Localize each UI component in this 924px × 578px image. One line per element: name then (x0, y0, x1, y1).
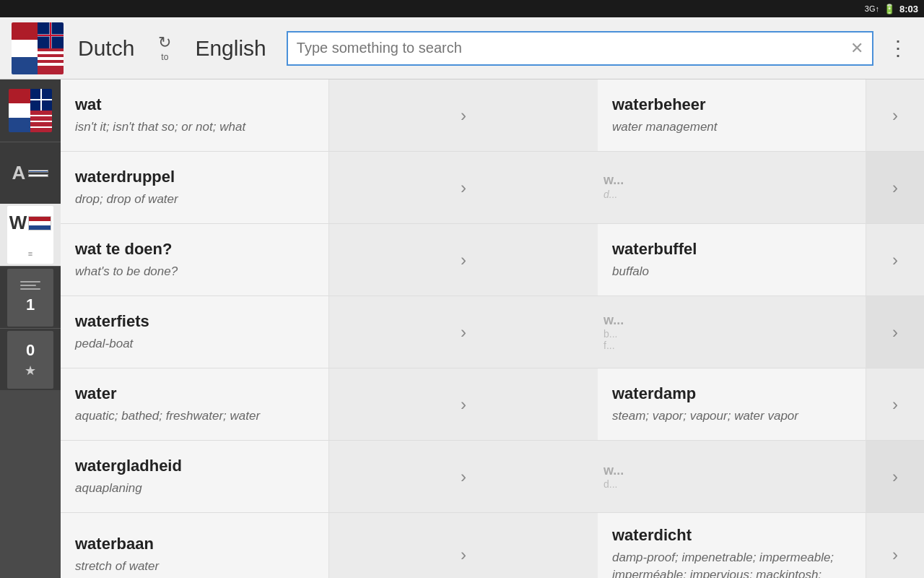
main-content: A W (0, 79, 924, 578)
chevron-icon: › (461, 322, 466, 342)
entry-word: waterbeheer (612, 95, 854, 114)
entry-word: water (75, 384, 317, 403)
partial-word: w... (603, 173, 860, 188)
entries-grid: wat isn't it; isn't that so; or not; wha… (61, 79, 924, 578)
partial-line2: f... (603, 340, 860, 351)
entry-wat-arrow[interactable]: › (329, 79, 598, 152)
header: Dutch ↻ to English ✕ ⋮ (0, 17, 924, 79)
entry-translation: aquaplaning (75, 480, 317, 497)
partial-translation: d... (603, 188, 860, 202)
entry-waterdamp-arrow[interactable]: › (866, 368, 924, 441)
entry-wat[interactable]: wat isn't it; isn't that so; or not; wha… (61, 79, 329, 152)
entry-waterbeheer-arrow[interactable]: › (866, 79, 924, 152)
status-bar: 3G↑ 🔋 8:03 (0, 0, 924, 17)
chevron-icon: › (892, 394, 898, 415)
swap-languages-button[interactable]: ↻ to (149, 33, 180, 64)
chevron-icon: › (461, 545, 466, 565)
dictionary-content: wat isn't it; isn't that so; or not; wha… (61, 79, 924, 578)
entry-wat-te-doen[interactable]: wat te doen? what's to be done? (61, 224, 329, 296)
entry-partial-3[interactable]: w... d... (598, 441, 866, 513)
partial-line1: b... (603, 328, 860, 340)
entry-wat-te-doen-arrow[interactable]: › (329, 224, 598, 296)
entry-waterfiets-arrow[interactable]: › (329, 296, 598, 368)
entry-watergladheid-arrow[interactable]: › (329, 441, 598, 513)
sidebar-item-alpha[interactable]: A (0, 142, 61, 204)
entry-translation: drop; drop of water (75, 191, 317, 208)
entry-translation: buffalo (612, 263, 854, 280)
chevron-icon: › (461, 467, 466, 487)
entry-translation: damp-proof; impenetrable; impermeable; i… (612, 549, 854, 578)
signal-indicator: 3G↑ (865, 4, 879, 13)
chevron-icon: › (892, 250, 898, 270)
entry-word: waterbaan (75, 535, 317, 553)
entry-waterdruppel-arrow[interactable]: › (329, 152, 598, 224)
entry-translation: water management (612, 118, 854, 136)
sidebar-item-letter-w[interactable]: W ≡ (0, 204, 61, 266)
swap-to-label: to (161, 52, 168, 62)
letter-w-label: W (9, 212, 27, 234)
entry-partial-1[interactable]: w... d... (598, 152, 866, 224)
entry-waterbaan[interactable]: waterbaan stretch of water (61, 513, 329, 578)
entry-waterdamp[interactable]: waterdamp steam; vapor; vapour; water va… (598, 368, 866, 441)
overflow-menu-button[interactable]: ⋮ (882, 36, 912, 60)
partial-line1: d... (603, 478, 860, 490)
search-box: ✕ (287, 31, 873, 66)
search-clear-button[interactable]: ✕ (850, 39, 863, 58)
entry-word: waterdamp (612, 384, 854, 403)
entry-translation: stretch of water (75, 558, 317, 575)
entry-translation: aquatic; bathed; freshwater; water (75, 407, 317, 425)
entry-word: waterfiets (75, 312, 317, 331)
entry-waterdruppel[interactable]: waterdruppel drop; drop of water (61, 152, 329, 224)
entry-word: waterdicht (612, 526, 854, 545)
search-input[interactable] (297, 40, 845, 56)
partial-word: w... (603, 313, 860, 328)
sidebar-item-count-0[interactable]: 0 ★ (0, 328, 61, 390)
entry-waterbaan-arrow[interactable]: › (329, 513, 598, 578)
star-icon: ★ (25, 363, 36, 379)
clock: 8:03 (899, 4, 918, 14)
entry-translation: pedal-boat (75, 335, 317, 353)
partial-1-arrow[interactable]: › (866, 152, 924, 224)
entry-translation: steam; vapor; vapour; water vapor (612, 407, 854, 425)
partial-word: w... (603, 463, 860, 478)
entry-word: waterbuffel (612, 240, 854, 259)
source-language-button[interactable]: Dutch (72, 33, 140, 64)
entry-word: waterdruppel (75, 168, 317, 186)
entry-word: watergladheid (75, 457, 317, 475)
sidebar-item-count-1[interactable]: 1 (0, 266, 61, 328)
entry-water-arrow[interactable]: › (329, 368, 598, 441)
partial-2-arrow[interactable]: › (866, 296, 924, 368)
entry-word: wat (75, 95, 317, 114)
battery-icon: 🔋 (884, 4, 895, 14)
count-1-number: 1 (26, 296, 35, 314)
entry-water[interactable]: water aquatic; bathed; freshwater; water (61, 368, 329, 441)
count-0-number: 0 (26, 341, 35, 360)
entry-translation: isn't it; isn't that so; or not; what (75, 118, 317, 136)
entry-waterdicht[interactable]: waterdicht damp-proof; impenetrable; imp… (598, 513, 866, 578)
entry-translation: what's to be done? (75, 263, 317, 280)
chevron-icon: › (461, 105, 466, 126)
entry-waterbuffel[interactable]: waterbuffel buffalo (598, 224, 866, 296)
swap-arrows-icon: ↻ (158, 35, 171, 51)
chevron-icon: › (461, 250, 466, 270)
sidebar-item-flags[interactable] (0, 79, 61, 142)
language-flags[interactable] (12, 22, 64, 74)
entry-waterbeheer[interactable]: waterbeheer water management (598, 79, 866, 152)
entry-partial-2[interactable]: w... b... f... (598, 296, 866, 368)
w-sublabel: ≡ (28, 249, 32, 258)
chevron-icon: › (892, 178, 898, 198)
sidebar: A W (0, 79, 61, 578)
chevron-icon: › (892, 322, 898, 342)
entry-word: wat te doen? (75, 240, 317, 259)
entry-watergladheid[interactable]: watergladheid aquaplaning (61, 441, 329, 513)
chevron-icon: › (892, 105, 898, 126)
chevron-icon: › (461, 394, 466, 415)
partial-3-arrow[interactable]: › (866, 441, 924, 513)
entry-waterfiets[interactable]: waterfiets pedal-boat (61, 296, 329, 368)
target-language-button[interactable]: English (189, 33, 271, 64)
chevron-icon: › (892, 467, 898, 487)
chevron-icon: › (892, 545, 898, 565)
entry-waterdicht-arrow[interactable]: › (866, 513, 924, 578)
entry-waterbuffel-arrow[interactable]: › (866, 224, 924, 296)
chevron-icon: › (461, 178, 466, 198)
